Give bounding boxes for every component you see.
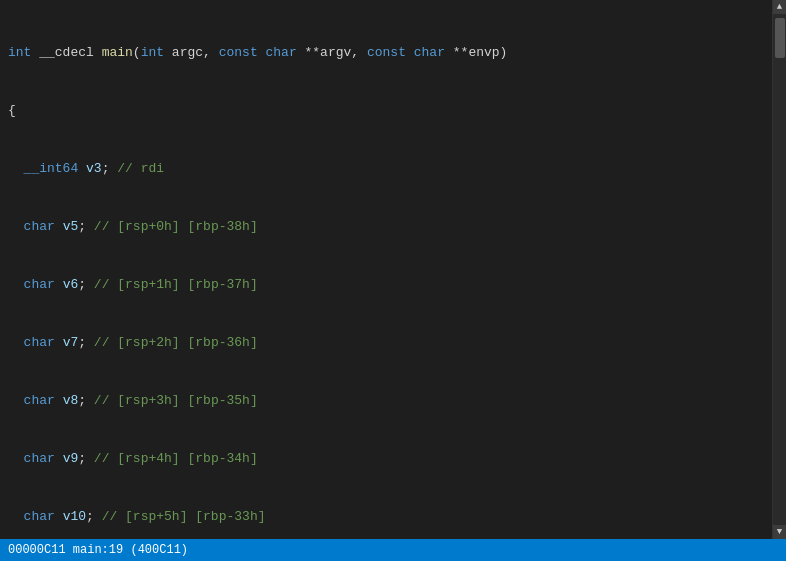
code-line: char v7; // [rsp+2h] [rbp-36h] (8, 333, 764, 352)
status-segment (123, 543, 130, 557)
status-function-label: main:19 (73, 543, 123, 557)
code-line: char v8; // [rsp+3h] [rbp-35h] (8, 391, 764, 410)
scrollbar[interactable]: ▲ ▼ (772, 0, 786, 539)
code-line: char v6; // [rsp+1h] [rbp-37h] (8, 275, 764, 294)
code-line: char v9; // [rsp+4h] [rbp-34h] (8, 449, 764, 468)
scroll-up-button[interactable]: ▲ (773, 0, 787, 14)
code-line: __int64 v3; // rdi (8, 159, 764, 178)
status-address: 00000C11 (8, 543, 66, 557)
status-segment-label: (400C11) (130, 543, 188, 557)
scroll-track[interactable] (773, 14, 786, 525)
code-content: int __cdecl main(int argc, const char **… (0, 0, 772, 539)
code-line: int __cdecl main(int argc, const char **… (8, 43, 764, 62)
code-line: { (8, 101, 764, 120)
code-line: char v5; // [rsp+0h] [rbp-38h] (8, 217, 764, 236)
scroll-thumb[interactable] (775, 18, 785, 58)
status-function (66, 543, 73, 557)
scroll-down-button[interactable]: ▼ (773, 525, 787, 539)
status-bar: 00000C11 main:19 (400C11) (0, 539, 786, 561)
code-area: int __cdecl main(int argc, const char **… (0, 0, 786, 539)
code-line: char v10; // [rsp+5h] [rbp-33h] (8, 507, 764, 526)
